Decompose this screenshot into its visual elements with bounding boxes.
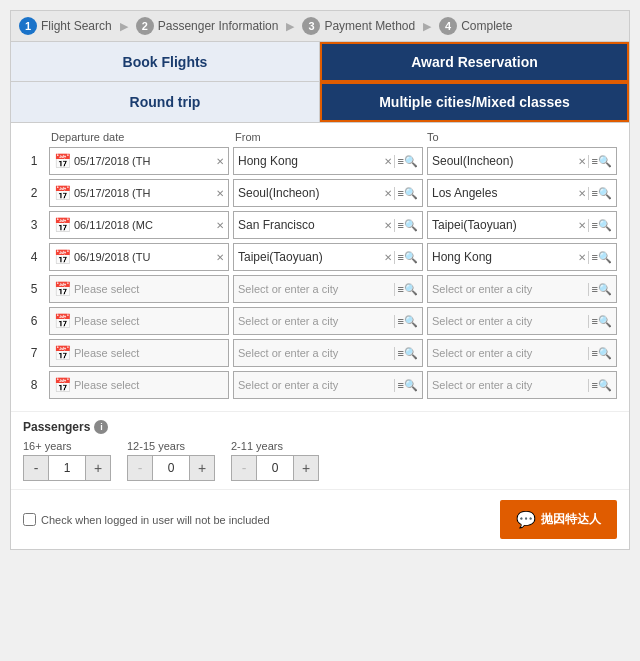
row-4-date-clear[interactable]: ✕: [216, 252, 224, 263]
row-8-to[interactable]: Select or enter a city ≡🔍: [427, 371, 617, 399]
row-6-date-text: Please select: [74, 315, 224, 327]
row-6-from-search[interactable]: ≡🔍: [394, 315, 418, 328]
row-3-to-clear[interactable]: ✕: [578, 220, 586, 231]
calendar-icon-4: 📅: [54, 249, 71, 265]
row-6-num: 6: [23, 314, 45, 328]
step-3-num: 3: [302, 17, 320, 35]
row-5-from-text: Select or enter a city: [238, 283, 392, 295]
pax-child-plus[interactable]: +: [293, 455, 319, 481]
pax-teen-plus[interactable]: +: [189, 455, 215, 481]
row-7-date[interactable]: 📅 Please select: [49, 339, 229, 367]
row-2-from-clear[interactable]: ✕: [384, 188, 392, 199]
row-4-to-search[interactable]: ≡🔍: [588, 251, 612, 264]
flight-row-3: 3 📅 06/11/2018 (MC ✕ San Francisco ✕ ≡🔍 …: [23, 211, 617, 239]
row-2-date-clear[interactable]: ✕: [216, 188, 224, 199]
table-header: Departure date From To: [23, 131, 617, 143]
row-4-to[interactable]: Hong Kong ✕ ≡🔍: [427, 243, 617, 271]
row-4-from-search[interactable]: ≡🔍: [394, 251, 418, 264]
row-8-from-text: Select or enter a city: [238, 379, 392, 391]
pax-child-minus[interactable]: -: [231, 455, 257, 481]
row-2-to-clear[interactable]: ✕: [578, 188, 586, 199]
row-5-to-search[interactable]: ≡🔍: [588, 283, 612, 296]
multiple-cities-button[interactable]: Multiple cities/Mixed classes: [320, 82, 629, 122]
calendar-icon-2: 📅: [54, 185, 71, 201]
row-3-to-search[interactable]: ≡🔍: [588, 219, 612, 232]
row-5-from[interactable]: Select or enter a city ≡🔍: [233, 275, 423, 303]
row-1-from-search[interactable]: ≡🔍: [394, 155, 418, 168]
row-4-from[interactable]: Taipei(Taoyuan) ✕ ≡🔍: [233, 243, 423, 271]
row-3-to[interactable]: Taipei(Taoyuan) ✕ ≡🔍: [427, 211, 617, 239]
row-1-from[interactable]: Hong Kong ✕ ≡🔍: [233, 147, 423, 175]
row-4-from-clear[interactable]: ✕: [384, 252, 392, 263]
row-6-to[interactable]: Select or enter a city ≡🔍: [427, 307, 617, 335]
award-reservation-button[interactable]: Award Reservation: [320, 42, 629, 82]
header-from: From: [235, 131, 423, 143]
sep-3: ▶: [423, 20, 431, 33]
row-1-from-text: Hong Kong: [238, 154, 382, 168]
row-7-date-text: Please select: [74, 347, 224, 359]
row-2-num: 2: [23, 186, 45, 200]
checkbox-text: Check when logged in user will not be in…: [41, 514, 270, 526]
row-3-date[interactable]: 📅 06/11/2018 (MC ✕: [49, 211, 229, 239]
pax-adult-counter: - 1 +: [23, 455, 111, 481]
row-1-date-clear[interactable]: ✕: [216, 156, 224, 167]
wechat-button[interactable]: 💬 抛因特达人: [500, 500, 617, 539]
row-5-date[interactable]: 📅 Please select: [49, 275, 229, 303]
row-3-from-clear[interactable]: ✕: [384, 220, 392, 231]
flight-row-2: 2 📅 05/17/2018 (TH ✕ Seoul(Incheon) ✕ ≡🔍…: [23, 179, 617, 207]
row-1-to-search[interactable]: ≡🔍: [588, 155, 612, 168]
pax-teen-value: 0: [153, 455, 189, 481]
row-7-from[interactable]: Select or enter a city ≡🔍: [233, 339, 423, 367]
info-icon[interactable]: i: [94, 420, 108, 434]
row-3-from-search[interactable]: ≡🔍: [394, 219, 418, 232]
row-2-from-text: Seoul(Incheon): [238, 186, 382, 200]
pax-adult-minus[interactable]: -: [23, 455, 49, 481]
row-6-date[interactable]: 📅 Please select: [49, 307, 229, 335]
pax-adult-label: 16+ years: [23, 440, 111, 452]
row-6-from[interactable]: Select or enter a city ≡🔍: [233, 307, 423, 335]
row-2-date[interactable]: 📅 05/17/2018 (TH ✕: [49, 179, 229, 207]
row-2-to-search[interactable]: ≡🔍: [588, 187, 612, 200]
row-1-to[interactable]: Seoul(Incheon) ✕ ≡🔍: [427, 147, 617, 175]
row-1-to-clear[interactable]: ✕: [578, 156, 586, 167]
row-8-from-search[interactable]: ≡🔍: [394, 379, 418, 392]
checkbox-label[interactable]: Check when logged in user will not be in…: [23, 513, 270, 526]
step-3: 3 Payment Method: [302, 17, 415, 35]
flight-row-7: 7 📅 Please select Select or enter a city…: [23, 339, 617, 367]
step-1: 1 Flight Search: [19, 17, 112, 35]
header-departure: Departure date: [51, 131, 231, 143]
pax-child-value: 0: [257, 455, 293, 481]
step-1-num: 1: [19, 17, 37, 35]
row-3-from[interactable]: San Francisco ✕ ≡🔍: [233, 211, 423, 239]
step-2-num: 2: [136, 17, 154, 35]
row-2-to[interactable]: Los Angeles ✕ ≡🔍: [427, 179, 617, 207]
pax-adult-plus[interactable]: +: [85, 455, 111, 481]
row-4-date[interactable]: 📅 06/19/2018 (TU ✕: [49, 243, 229, 271]
row-2-from-search[interactable]: ≡🔍: [394, 187, 418, 200]
row-2-to-text: Los Angeles: [432, 186, 576, 200]
logged-in-checkbox[interactable]: [23, 513, 36, 526]
row-8-to-search[interactable]: ≡🔍: [588, 379, 612, 392]
row-5-from-search[interactable]: ≡🔍: [394, 283, 418, 296]
pax-group-adult: 16+ years - 1 +: [23, 440, 111, 481]
row-7-from-search[interactable]: ≡🔍: [394, 347, 418, 360]
row-7-to[interactable]: Select or enter a city ≡🔍: [427, 339, 617, 367]
row-6-to-search[interactable]: ≡🔍: [588, 315, 612, 328]
row-3-num: 3: [23, 218, 45, 232]
row-1-from-clear[interactable]: ✕: [384, 156, 392, 167]
row-2-from[interactable]: Seoul(Incheon) ✕ ≡🔍: [233, 179, 423, 207]
row-4-to-clear[interactable]: ✕: [578, 252, 586, 263]
passengers-label: Passengers i: [23, 420, 617, 434]
book-flights-button[interactable]: Book Flights: [11, 42, 320, 82]
round-trip-button[interactable]: Round trip: [11, 82, 320, 122]
row-5-date-text: Please select: [74, 283, 224, 295]
row-8-date[interactable]: 📅 Please select: [49, 371, 229, 399]
row-5-to[interactable]: Select or enter a city ≡🔍: [427, 275, 617, 303]
row-2-date-text: 05/17/2018 (TH: [74, 187, 213, 199]
row-7-to-search[interactable]: ≡🔍: [588, 347, 612, 360]
pax-teen-minus[interactable]: -: [127, 455, 153, 481]
header-to: To: [427, 131, 615, 143]
row-1-date[interactable]: 📅 05/17/2018 (TH ✕: [49, 147, 229, 175]
row-8-from[interactable]: Select or enter a city ≡🔍: [233, 371, 423, 399]
row-3-date-clear[interactable]: ✕: [216, 220, 224, 231]
